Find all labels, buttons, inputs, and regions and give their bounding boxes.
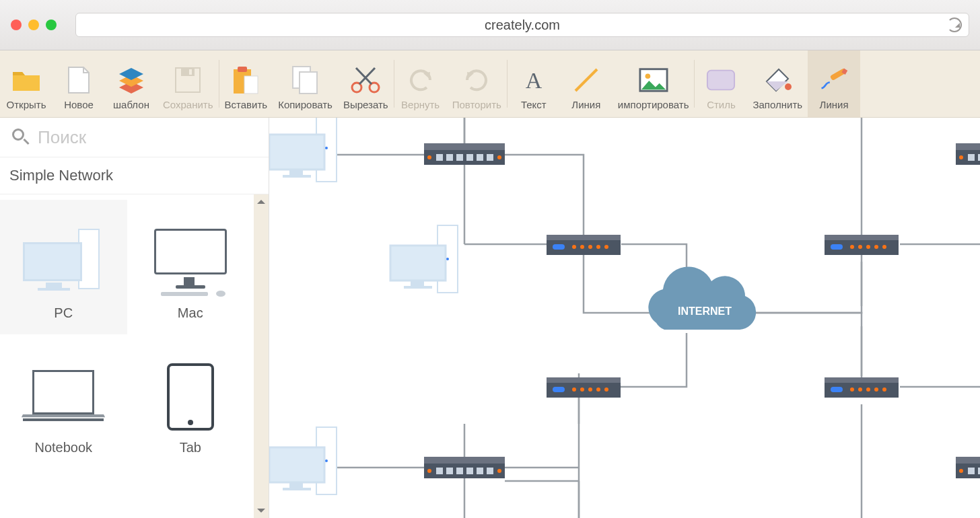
svg-rect-75 bbox=[436, 468, 443, 474]
shape-generic-2[interactable] bbox=[127, 469, 254, 518]
canvas-node-hub[interactable] bbox=[956, 457, 980, 478]
sidebar-scrollbar[interactable] bbox=[254, 194, 269, 518]
redo-button[interactable]: Повторить bbox=[447, 50, 507, 117]
new-file-icon bbox=[64, 65, 94, 95]
svg-point-40 bbox=[580, 245, 584, 249]
svg-point-82 bbox=[497, 469, 501, 473]
svg-rect-24 bbox=[446, 154, 453, 161]
shape-generic-1[interactable] bbox=[0, 469, 127, 518]
new-button[interactable]: Новое bbox=[53, 50, 105, 117]
address-bar[interactable]: creately.com bbox=[75, 13, 969, 37]
undo-icon bbox=[406, 65, 435, 95]
svg-point-39 bbox=[572, 245, 576, 249]
shape-pc[interactable]: PC bbox=[0, 200, 127, 334]
shape-search bbox=[0, 118, 269, 157]
line-style-button[interactable]: Линия bbox=[808, 50, 860, 117]
copy-button[interactable]: Копировать bbox=[273, 50, 338, 117]
reload-icon[interactable] bbox=[947, 17, 962, 32]
style-rect-icon bbox=[706, 65, 736, 95]
canvas-node-router[interactable] bbox=[547, 377, 621, 398]
svg-point-49 bbox=[866, 245, 870, 249]
svg-rect-78 bbox=[466, 468, 473, 474]
undo-button[interactable]: Вернуть bbox=[394, 50, 447, 117]
svg-rect-62 bbox=[831, 387, 843, 392]
diagram-canvas[interactable]: INTERNET bbox=[269, 118, 980, 518]
paste-button[interactable]: Вставить bbox=[219, 50, 273, 117]
svg-point-43 bbox=[604, 245, 608, 249]
svg-rect-13 bbox=[707, 71, 734, 90]
fill-button[interactable]: Заполнить bbox=[747, 50, 808, 117]
svg-rect-19 bbox=[283, 175, 311, 178]
svg-rect-36 bbox=[547, 235, 621, 240]
scroll-down-icon[interactable] bbox=[257, 509, 265, 517]
shape-category-title[interactable]: Simple Network bbox=[0, 157, 269, 194]
import-button[interactable]: импортировать bbox=[612, 50, 695, 117]
svg-rect-1 bbox=[181, 68, 195, 76]
minimize-window-dot[interactable] bbox=[28, 20, 39, 30]
cut-button[interactable]: Вырезать bbox=[338, 50, 394, 117]
canvas-node-pc[interactable] bbox=[269, 118, 337, 182]
svg-rect-26 bbox=[466, 154, 473, 161]
canvas-node-pc[interactable] bbox=[269, 427, 337, 494]
svg-rect-69 bbox=[269, 447, 324, 482]
svg-rect-83 bbox=[956, 143, 980, 150]
close-window-dot[interactable] bbox=[11, 20, 22, 30]
svg-point-101 bbox=[959, 469, 963, 473]
svg-rect-34 bbox=[404, 286, 432, 289]
svg-rect-71 bbox=[283, 488, 311, 490]
shapes-sidebar: Simple Network PC Mac bbox=[0, 118, 269, 518]
style-button[interactable]: Стиль bbox=[695, 50, 747, 117]
pencil-icon bbox=[819, 65, 849, 95]
canvas-node-hub[interactable] bbox=[424, 143, 505, 165]
layers-icon bbox=[116, 65, 146, 95]
canvas-node-hub[interactable] bbox=[424, 457, 505, 478]
svg-point-57 bbox=[588, 387, 592, 392]
svg-rect-23 bbox=[436, 154, 443, 161]
canvas-node-router[interactable] bbox=[825, 235, 899, 255]
svg-rect-95 bbox=[968, 468, 975, 474]
svg-point-51 bbox=[882, 245, 886, 249]
canvas-node-router[interactable] bbox=[825, 377, 899, 398]
svg-point-14 bbox=[785, 83, 792, 90]
template-button[interactable]: шаблон bbox=[105, 50, 158, 117]
address-url: creately.com bbox=[485, 17, 560, 33]
svg-point-47 bbox=[850, 245, 854, 249]
text-tool-button[interactable]: A Текст bbox=[508, 50, 560, 117]
svg-point-64 bbox=[858, 387, 862, 392]
svg-rect-60 bbox=[825, 377, 899, 383]
maximize-window-dot[interactable] bbox=[46, 20, 57, 30]
search-input[interactable] bbox=[38, 127, 256, 148]
line-tool-button[interactable]: Линия bbox=[560, 50, 612, 117]
svg-point-59 bbox=[604, 387, 608, 392]
svg-point-65 bbox=[866, 387, 870, 392]
window-controls bbox=[11, 20, 57, 30]
tablet-icon bbox=[167, 363, 214, 431]
search-icon bbox=[12, 128, 28, 146]
svg-point-42 bbox=[596, 245, 600, 249]
shape-mac[interactable]: Mac bbox=[127, 200, 254, 334]
shape-tab[interactable]: Tab bbox=[127, 334, 254, 469]
diagram-svg: INTERNET bbox=[269, 118, 980, 518]
svg-rect-21 bbox=[424, 143, 505, 150]
canvas-node-hub[interactable] bbox=[956, 143, 980, 165]
svg-point-63 bbox=[850, 387, 854, 392]
svg-point-29 bbox=[427, 155, 431, 159]
shape-notebook[interactable]: Notebook bbox=[0, 334, 127, 469]
svg-rect-25 bbox=[456, 154, 463, 161]
svg-point-67 bbox=[882, 387, 886, 392]
cloud-label: INTERNET bbox=[678, 305, 732, 317]
canvas-node-router[interactable] bbox=[547, 235, 621, 255]
canvas-node-pc[interactable] bbox=[390, 225, 458, 293]
open-button[interactable]: Открыть bbox=[0, 50, 53, 117]
svg-point-50 bbox=[874, 245, 878, 249]
svg-rect-4 bbox=[238, 67, 247, 72]
scroll-up-icon[interactable] bbox=[257, 196, 265, 204]
save-button[interactable]: Сохранить bbox=[158, 50, 219, 117]
notebook-icon bbox=[23, 370, 104, 431]
svg-point-91 bbox=[959, 155, 963, 159]
canvas-node-cloud[interactable]: INTERNET bbox=[648, 266, 756, 330]
svg-rect-79 bbox=[477, 468, 483, 474]
svg-rect-27 bbox=[477, 154, 483, 161]
redo-icon bbox=[462, 65, 491, 95]
svg-point-58 bbox=[596, 387, 600, 392]
